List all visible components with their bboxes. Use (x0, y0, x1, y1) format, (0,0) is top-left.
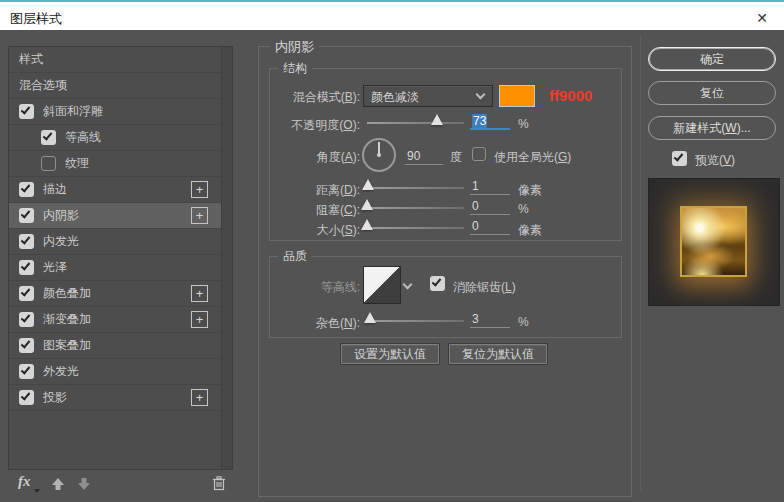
size-value: 0 (472, 219, 479, 233)
size-slider[interactable] (367, 218, 464, 231)
noise-input[interactable]: 3 (470, 312, 510, 328)
choke-input[interactable]: 0 (470, 199, 510, 215)
check-icon (21, 364, 31, 374)
opacity-input[interactable]: 73 (470, 114, 510, 130)
add-inner-shadow-button[interactable]: + (191, 207, 208, 224)
pattern-overlay-checkbox[interactable] (19, 338, 34, 353)
noise-slider[interactable] (367, 311, 464, 324)
set-default-button[interactable]: 设置为默认值 (341, 344, 439, 364)
size-slider-thumb[interactable] (361, 219, 373, 230)
sidebar-item-label: 颜色叠加 (43, 281, 91, 306)
texture-checkbox[interactable] (41, 156, 56, 171)
contour-checkbox[interactable] (41, 130, 56, 145)
check-icon (432, 276, 442, 286)
satin-checkbox[interactable] (19, 260, 34, 275)
distance-slider[interactable] (367, 178, 464, 191)
add-drop-shadow-button[interactable]: + (191, 389, 208, 406)
sidebar-scrollbar[interactable] (221, 47, 232, 469)
inner-glow-checkbox[interactable] (19, 234, 34, 249)
sidebar-item-label: 样式 (19, 47, 43, 72)
choke-value: 0 (472, 199, 479, 213)
inner-shadow-checkbox[interactable] (19, 208, 34, 223)
color-overlay-checkbox[interactable] (19, 286, 34, 301)
reset-button[interactable]: 复位 (648, 81, 776, 105)
sidebar-item-blending-options[interactable]: 混合选项 (9, 73, 222, 99)
reset-default-button[interactable]: 复位为默认值 (449, 344, 547, 364)
ok-button[interactable]: 确定 (648, 47, 776, 71)
distance-slider-thumb[interactable] (362, 179, 374, 190)
sidebar-item-inner-glow[interactable]: 内发光 (9, 229, 222, 255)
distance-input[interactable]: 1 (470, 179, 510, 195)
inner-shadow-panel: 内阴影 结构 混合模式(B): 颜色减淡 ff9000 不透明度(O): 73 … (258, 46, 632, 497)
panel-divider (640, 36, 641, 491)
stroke-checkbox[interactable] (19, 182, 34, 197)
angle-input[interactable]: 90 (405, 149, 443, 165)
noise-value: 3 (472, 312, 479, 326)
distance-value: 1 (472, 179, 479, 193)
noise-label: 杂色(N): (270, 315, 360, 332)
size-input[interactable]: 0 (470, 219, 510, 235)
sidebar-item-label: 投影 (43, 385, 67, 410)
sidebar-item-drop-shadow[interactable]: 投影 + (9, 385, 222, 411)
gradient-overlay-checkbox[interactable] (19, 312, 34, 327)
blend-mode-value: 颜色减淡 (371, 89, 419, 106)
noise-slider-thumb[interactable] (364, 312, 376, 323)
check-icon (21, 208, 31, 218)
shadow-color-swatch[interactable] (499, 85, 535, 107)
sidebar-item-label: 图案叠加 (43, 333, 91, 358)
sidebar-item-outer-glow[interactable]: 外发光 (9, 359, 222, 385)
sidebar-item-satin[interactable]: 光泽 (9, 255, 222, 281)
sidebar-item-label: 描边 (43, 177, 67, 202)
check-icon (21, 260, 31, 270)
anti-alias-checkbox[interactable] (430, 276, 445, 291)
global-light-checkbox[interactable] (472, 147, 486, 161)
preview-checkbox[interactable] (672, 151, 687, 166)
opacity-slider-thumb[interactable] (431, 114, 443, 125)
drop-shadow-checkbox[interactable] (19, 390, 34, 405)
angle-dial[interactable] (362, 138, 396, 172)
opacity-slider[interactable] (367, 113, 464, 126)
sidebar-item-label: 内阴影 (43, 203, 79, 228)
effects-sidebar: 样式 混合选项 斜面和浮雕 等高线 纹理 描边 + 内阴影 + 内发 (8, 46, 233, 470)
outer-glow-checkbox[interactable] (19, 364, 34, 379)
sidebar-item-contour[interactable]: 等高线 (9, 125, 222, 151)
delete-effect-icon[interactable] (211, 475, 227, 491)
choke-label: 阻塞(C): (270, 202, 360, 219)
sidebar-item-stroke[interactable]: 描边 + (9, 177, 222, 203)
quality-group: 品质 等高线: 消除锯齿(L) 杂色(N): 3 % (269, 256, 622, 338)
add-gradient-overlay-button[interactable]: + (191, 311, 208, 328)
panel-title: 内阴影 (270, 38, 319, 56)
contour-picker[interactable] (363, 266, 401, 304)
choke-slider-thumb[interactable] (361, 199, 373, 210)
close-icon[interactable]: ✕ (740, 4, 784, 32)
new-style-button[interactable]: 新建样式(W)... (648, 116, 776, 140)
sidebar-item-inner-shadow[interactable]: 内阴影 + (9, 203, 222, 229)
sidebar-item-label: 纹理 (65, 151, 89, 176)
fx-menu-icon[interactable]: fx (18, 473, 31, 490)
sidebar-item-gradient-overlay[interactable]: 渐变叠加 + (9, 307, 222, 333)
sidebar-item-styles[interactable]: 样式 (9, 47, 222, 73)
sidebar-item-bevel-emboss[interactable]: 斜面和浮雕 (9, 99, 222, 125)
check-icon (21, 182, 31, 192)
blend-mode-select[interactable]: 颜色减淡 (363, 85, 493, 107)
sidebar-item-color-overlay[interactable]: 颜色叠加 + (9, 281, 222, 307)
style-preview-thumbnail (648, 178, 780, 306)
move-effect-up-icon[interactable] (50, 476, 66, 492)
sidebar-item-label: 外发光 (43, 359, 79, 384)
noise-unit: % (518, 315, 529, 329)
sidebar-item-pattern-overlay[interactable]: 图案叠加 (9, 333, 222, 359)
sidebar-item-texture[interactable]: 纹理 (9, 151, 222, 177)
structure-legend: 结构 (278, 60, 312, 77)
move-effect-down-icon[interactable] (76, 476, 92, 492)
contour-dropdown[interactable] (401, 266, 417, 304)
bevel-emboss-checkbox[interactable] (19, 104, 34, 119)
effects-toolbar: fx (8, 472, 233, 498)
add-color-overlay-button[interactable]: + (191, 285, 208, 302)
check-icon (21, 104, 31, 114)
sidebar-item-label: 内发光 (43, 229, 79, 254)
choke-slider[interactable] (367, 198, 464, 211)
window-title: 图层样式 (10, 10, 62, 28)
opacity-unit: % (518, 117, 529, 131)
add-stroke-button[interactable]: + (191, 181, 208, 198)
quality-legend: 品质 (278, 248, 312, 265)
